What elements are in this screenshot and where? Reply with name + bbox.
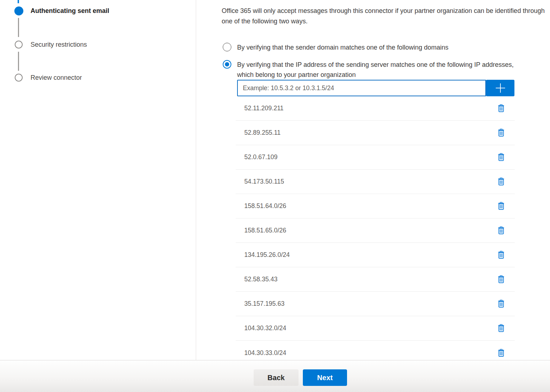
ip-list-row: 158.51.64.0/26: [236, 194, 515, 218]
ip-value: 52.11.209.211: [236, 105, 283, 112]
ip-value: 52.89.255.11: [236, 129, 281, 137]
step-label: Review connector: [31, 74, 82, 82]
delete-ip-button[interactable]: [495, 249, 507, 261]
trash-icon: [498, 300, 505, 308]
back-button[interactable]: Back: [254, 369, 299, 386]
ip-value: 158.51.64.0/26: [236, 202, 286, 210]
ip-list-row: 52.58.35.43: [236, 267, 515, 292]
intro-text: Office 365 will only accept messages thr…: [222, 6, 548, 27]
delete-ip-button[interactable]: [495, 225, 507, 237]
wizard-footer: Back Next: [0, 360, 550, 392]
next-button[interactable]: Next: [303, 369, 347, 386]
step-idle-circle-icon: [15, 74, 23, 82]
ip-input-row: [237, 80, 514, 96]
delete-ip-button[interactable]: [495, 273, 507, 286]
ip-value: 158.51.65.0/26: [236, 227, 286, 234]
plus-icon: [495, 83, 506, 93]
ip-list-row: 104.30.32.0/24: [236, 316, 515, 341]
step-label: Authenticating sent email: [31, 7, 109, 15]
ip-value: 54.173.50.115: [236, 178, 284, 185]
radio-option-ip-address[interactable]: By verifying that the IP address of the …: [223, 60, 532, 80]
trash-icon: [498, 153, 505, 161]
trash-icon: [498, 177, 505, 186]
wizard-page: Authenticating sent email Security restr…: [0, 0, 550, 360]
trash-icon: [498, 251, 505, 259]
ip-value: 52.0.67.109: [236, 153, 277, 161]
step-connector-line: [18, 18, 19, 37]
trash-icon: [498, 324, 505, 332]
ip-address-input[interactable]: [237, 80, 486, 96]
step-idle-circle-icon: [15, 41, 23, 49]
trash-icon: [498, 349, 505, 357]
ip-value: 52.58.35.43: [236, 276, 277, 283]
delete-ip-button[interactable]: [495, 176, 507, 188]
radio-option-label: By verifying that the sender domain matc…: [237, 42, 448, 52]
ip-list-row: 104.30.33.0/24: [236, 341, 515, 360]
step-connector-top: [18, 0, 19, 3]
trash-icon: [498, 129, 505, 137]
ip-list-row: 54.173.50.115: [236, 170, 515, 194]
sidebar-divider: [196, 0, 196, 360]
delete-ip-button[interactable]: [495, 127, 507, 139]
ip-list-row: 158.51.65.0/26: [236, 218, 515, 243]
delete-ip-button[interactable]: [495, 200, 507, 212]
radio-selected-icon[interactable]: [223, 60, 231, 69]
delete-ip-button[interactable]: [495, 322, 507, 335]
add-ip-button[interactable]: [486, 80, 514, 96]
radio-option-label: By verifying that the IP address of the …: [237, 60, 532, 80]
ip-value: 134.195.26.0/24: [236, 251, 290, 259]
wizard-step-authenticating-sent-email[interactable]: Authenticating sent email: [14, 6, 109, 15]
ip-value: 35.157.195.63: [236, 300, 285, 308]
step-active-dot-icon: [14, 6, 23, 15]
radio-unselected-icon[interactable]: [223, 43, 231, 51]
delete-ip-button[interactable]: [495, 151, 507, 163]
ip-list-row: 35.157.195.63: [236, 292, 515, 316]
ip-list-row: 52.0.67.109: [236, 145, 515, 170]
trash-icon: [498, 104, 505, 112]
ip-list-row: 52.11.209.211: [236, 96, 515, 121]
delete-ip-button[interactable]: [495, 102, 507, 115]
ip-address-list: 52.11.209.211 52.89.255.11: [236, 96, 515, 360]
step-connector-line: [18, 52, 19, 71]
wizard-step-review-connector[interactable]: Review connector: [15, 74, 82, 82]
wizard-step-security-restrictions[interactable]: Security restrictions: [15, 41, 87, 49]
delete-ip-button[interactable]: [495, 347, 507, 359]
radio-option-sender-domain[interactable]: By verifying that the sender domain matc…: [223, 42, 448, 52]
trash-icon: [498, 226, 505, 235]
delete-ip-button[interactable]: [495, 298, 507, 310]
step-label: Security restrictions: [31, 41, 87, 49]
ip-list-row: 134.195.26.0/24: [236, 243, 515, 267]
ip-value: 104.30.32.0/24: [236, 324, 286, 332]
trash-icon: [498, 275, 505, 283]
ip-value: 104.30.33.0/24: [236, 349, 286, 357]
ip-list-row: 52.89.255.11: [236, 121, 515, 145]
trash-icon: [498, 202, 505, 210]
